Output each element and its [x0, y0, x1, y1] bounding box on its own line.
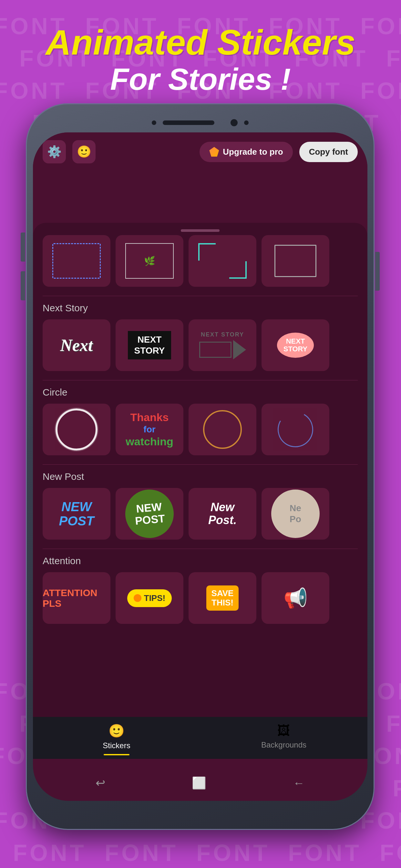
sticker-attention-text[interactable]: ATTENTION PLS — [42, 572, 111, 624]
bg-word-10: FONT FONT FONT FONT FONT — [13, 840, 401, 866]
minimal-frame-graphic — [274, 245, 316, 277]
stickers-icon: 🙂 — [109, 723, 125, 739]
sticker-circle-gold[interactable] — [189, 404, 256, 455]
sticker-new-post-blue[interactable]: NEWPOST — [42, 488, 111, 539]
save-this-graphic: SAVETHIS! — [206, 585, 239, 610]
tab-stickers[interactable]: 🙂 Stickers — [33, 722, 200, 755]
sticker-minimal-frame[interactable] — [261, 235, 329, 287]
new-post-script-text: NewPost. — [208, 501, 237, 526]
separator-3 — [42, 464, 358, 465]
next-pink-graphic: NEXTSTORY — [277, 333, 314, 358]
title-area: Animated Stickers For Stories ! — [0, 23, 401, 97]
emoji-button[interactable]: 🙂 — [72, 140, 96, 163]
next-story-title: Next Story — [42, 303, 358, 314]
back-button[interactable]: ← — [293, 776, 305, 790]
sticker-floral-frame[interactable]: 🌿 — [116, 235, 183, 287]
front-sensor — [152, 120, 156, 125]
circle-blue-graphic — [274, 408, 317, 452]
frames-section: 🌿 — [33, 235, 367, 296]
floral-frame-graphic: 🌿 — [125, 243, 174, 279]
arrow-box — [199, 342, 232, 358]
next-arrow-label: NEXT STORY — [201, 331, 244, 338]
next-box-graphic: NEXTSTORY — [128, 331, 172, 359]
gem-icon — [209, 147, 219, 157]
main-title: Animated Stickers — [0, 23, 401, 62]
next-arrow-graphic: NEXT STORY — [199, 331, 246, 360]
save-this-text: SAVETHIS! — [212, 589, 234, 607]
tips-text: TIPS! — [144, 593, 165, 603]
volume-down-button — [21, 271, 25, 300]
thanks-watching-graphic: Thanks for watching — [126, 411, 173, 448]
front-camera — [230, 119, 238, 126]
thanks-text: Thanks — [126, 411, 173, 424]
copy-font-label: Copy font — [309, 147, 348, 157]
sticker-new-post-circle[interactable]: NePo — [261, 488, 329, 539]
power-button — [375, 252, 380, 290]
next-pink-text: NEXTSTORY — [283, 337, 308, 353]
sticker-new-post-green[interactable]: NEWPOST — [116, 488, 183, 539]
circle-row: Thanks for watching — [42, 404, 358, 455]
home-button[interactable]: ⬜ — [192, 776, 206, 790]
gear-icon: ⚙️ — [47, 145, 62, 159]
sticker-tips[interactable]: TIPS! — [116, 572, 183, 624]
stickers-label: Stickers — [103, 741, 130, 750]
sticker-next-arrow[interactable]: NEXT STORY — [189, 319, 256, 371]
system-bar: ↩ ⬜ ← — [33, 772, 367, 795]
sticker-next-box[interactable]: NEXTSTORY — [116, 319, 183, 371]
sticker-next-italic[interactable]: Next — [42, 319, 111, 371]
new-post-section: New Post NEWPOST NEWPOST NewPost. — [33, 471, 367, 549]
volume-up-button — [21, 232, 25, 261]
backgrounds-label: Backgrounds — [261, 740, 306, 749]
sticker-megaphone[interactable]: 📢 — [261, 572, 329, 624]
upgrade-button[interactable]: Upgrade to pro — [199, 142, 292, 162]
watching-text: watching — [126, 435, 173, 448]
separator-1 — [42, 296, 358, 296]
attention-section: Attention ATTENTION PLS TIPS! SAVETHIS! — [33, 555, 367, 633]
tab-backgrounds[interactable]: 🖼 Backgrounds — [200, 722, 367, 749]
phone-screen: ⚙️ 🙂 Upgrade to pro Copy font — [33, 132, 367, 801]
settings-button[interactable]: ⚙️ — [42, 140, 66, 163]
dashed-frame-graphic — [52, 243, 101, 279]
backgrounds-icon: 🖼 — [277, 723, 290, 738]
new-post-title: New Post — [42, 471, 358, 482]
sticker-dashed-frame[interactable] — [42, 235, 111, 287]
corner-frame-graphic — [198, 243, 247, 279]
tab-underline — [104, 754, 129, 755]
sticker-next-pink[interactable]: NEXTSTORY — [261, 319, 329, 371]
sticker-circle-blue[interactable] — [261, 404, 329, 455]
front-sensor2 — [244, 120, 249, 125]
arrow-tip — [233, 340, 246, 360]
preview-area — [33, 171, 367, 223]
arrow-container — [199, 340, 246, 360]
upgrade-label: Upgrade to pro — [223, 147, 283, 157]
phone-shell: ⚙️ 🙂 Upgrade to pro Copy font — [26, 103, 374, 830]
frames-row: 🌿 — [42, 235, 358, 287]
drag-handle[interactable] — [181, 229, 220, 232]
sticker-new-post-script[interactable]: NewPost. — [189, 488, 256, 539]
tips-badge-graphic: TIPS! — [127, 589, 172, 607]
tips-dot — [134, 594, 142, 602]
sticker-panel[interactable]: 🌿 Next Story Next — [33, 223, 367, 759]
separator-2 — [42, 380, 358, 380]
sticker-circle-sketch[interactable] — [42, 404, 111, 455]
sticker-save-this[interactable]: SAVETHIS! — [189, 572, 256, 624]
circle-section: Circle Thanks for watching — [33, 387, 367, 464]
for-text: for — [126, 424, 173, 435]
next-story-section: Next Story Next NEXTSTORY NEXT STORY — [33, 303, 367, 380]
attention-row: ATTENTION PLS TIPS! SAVETHIS! — [42, 572, 358, 624]
sub-title: For Stories ! — [0, 62, 401, 97]
attention-title: Attention — [42, 555, 358, 566]
circle-sketch-graphic — [56, 408, 97, 451]
attention-text-graphic: ATTENTION PLS — [42, 587, 111, 609]
copy-font-button[interactable]: Copy font — [299, 142, 358, 162]
new-post-circle-text: NePo — [289, 503, 301, 524]
separator-4 — [42, 549, 358, 549]
sticker-corner-frame[interactable] — [189, 235, 256, 287]
new-post-circle-graphic: NePo — [271, 490, 320, 538]
next-italic-text: Next — [60, 336, 93, 355]
phone-notch — [26, 110, 374, 135]
next-story-row: Next NEXTSTORY NEXT STORY — [42, 319, 358, 371]
new-post-green-graphic: NEWPOST — [123, 488, 176, 539]
sticker-thanks-watching[interactable]: Thanks for watching — [116, 404, 183, 455]
recent-apps-button[interactable]: ↩ — [96, 776, 105, 790]
